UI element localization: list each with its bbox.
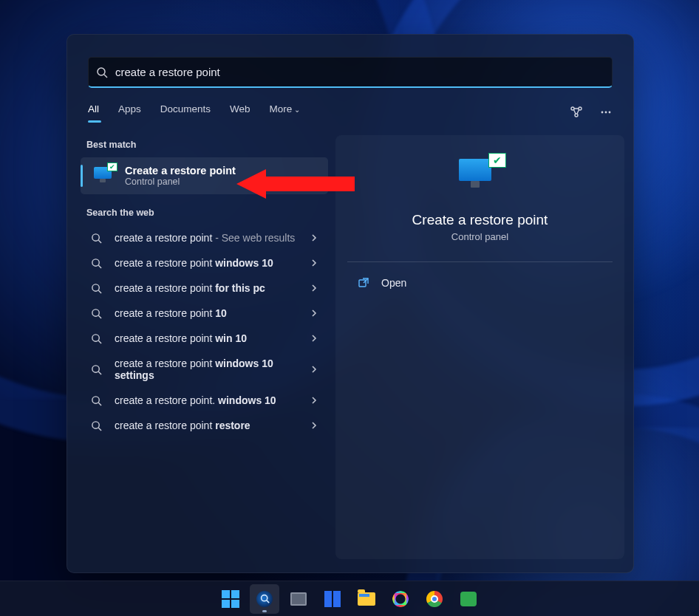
restore-point-icon-large: ✔: [459, 159, 502, 196]
search-icon: [91, 258, 103, 269]
svg-point-7: [609, 112, 611, 114]
search-icon: [91, 420, 103, 431]
svg-point-8: [92, 233, 99, 240]
detail-pane: ✔ Create a restore point Control panel O…: [335, 135, 624, 559]
search-icon: [91, 283, 103, 294]
search-icon: [91, 233, 103, 244]
svg-line-19: [98, 372, 101, 374]
web-result[interactable]: create a restore point win 10: [81, 326, 328, 351]
svg-line-1: [104, 75, 107, 78]
svg-line-15: [98, 315, 101, 318]
svg-point-20: [92, 396, 99, 403]
search-icon: [96, 66, 108, 78]
chevron-right-icon: [310, 284, 318, 292]
svg-point-6: [605, 112, 607, 114]
web-result[interactable]: create a restore point - See web results: [81, 225, 328, 250]
taskbar-app-green[interactable]: [454, 584, 483, 614]
web-result[interactable]: create a restore point for this pc: [81, 276, 328, 301]
svg-line-13: [98, 290, 101, 293]
svg-line-21: [98, 403, 101, 405]
svg-point-0: [98, 68, 105, 75]
web-result-text: create a restore point 10: [115, 307, 310, 319]
svg-point-16: [92, 334, 99, 340]
chevron-right-icon: [310, 422, 318, 429]
detail-title: Create a restore point: [412, 212, 548, 228]
chevron-right-icon: [310, 397, 318, 404]
svg-rect-24: [359, 280, 366, 287]
svg-point-14: [92, 309, 99, 315]
open-icon: [358, 277, 369, 289]
detail-subtitle: Control panel: [451, 231, 508, 242]
tab-web[interactable]: Web: [230, 103, 250, 122]
restore-point-icon: ✔: [94, 167, 115, 185]
best-match-title: Create a restore point: [125, 165, 236, 177]
search-input[interactable]: [115, 66, 604, 78]
taskbar: [0, 581, 699, 616]
web-result[interactable]: create a restore point 10: [81, 301, 328, 326]
chevron-right-icon: [310, 234, 318, 242]
svg-line-23: [98, 428, 101, 431]
svg-point-26: [261, 595, 267, 601]
taskbar-app-panels[interactable]: [318, 584, 347, 614]
web-result-text: create a restore point windows 10: [115, 257, 310, 269]
task-view-button[interactable]: [284, 584, 313, 614]
chevron-right-icon: [310, 259, 318, 267]
best-match-label: Best match: [81, 135, 328, 157]
web-result-text: create a restore point. windows 10: [115, 394, 310, 406]
best-match-result[interactable]: ✔ Create a restore point Control panel: [81, 157, 328, 194]
svg-line-17: [98, 340, 101, 343]
search-icon: [91, 364, 103, 375]
more-options-icon[interactable]: [599, 106, 613, 119]
svg-point-22: [92, 421, 99, 428]
open-label: Open: [381, 277, 406, 289]
search-icon: [91, 395, 103, 406]
share-icon[interactable]: [570, 106, 583, 119]
web-result[interactable]: create a restore point restore: [81, 413, 328, 438]
search-web-label: Search the web: [81, 194, 328, 225]
chevron-right-icon: [310, 309, 318, 317]
svg-point-5: [601, 112, 604, 114]
start-search-panel: All Apps Documents Web More⌄ Best match: [67, 34, 634, 573]
search-icon: [91, 333, 103, 344]
file-explorer-button[interactable]: [352, 584, 381, 614]
svg-point-3: [579, 107, 582, 110]
svg-line-27: [266, 600, 268, 603]
svg-point-18: [92, 365, 99, 372]
filter-tabs: All Apps Documents Web More⌄: [67, 97, 633, 128]
web-result-text: create a restore point windows 10 settin…: [115, 357, 310, 381]
tab-apps[interactable]: Apps: [118, 103, 141, 122]
taskbar-search-button[interactable]: [250, 584, 279, 614]
search-box[interactable]: [88, 57, 613, 88]
start-button[interactable]: [216, 584, 245, 614]
svg-point-2: [571, 107, 574, 110]
svg-line-11: [98, 265, 101, 268]
svg-point-10: [92, 259, 99, 265]
web-result[interactable]: create a restore point windows 10: [81, 250, 328, 276]
taskbar-app-ring[interactable]: [386, 584, 415, 614]
web-result-text: create a restore point for this pc: [115, 282, 310, 294]
web-result-text: create a restore point win 10: [115, 332, 310, 344]
svg-line-9: [98, 240, 101, 243]
search-box-container: [67, 35, 633, 97]
tab-more[interactable]: More⌄: [270, 103, 301, 122]
search-icon: [91, 308, 103, 319]
chevron-down-icon: ⌄: [294, 106, 300, 114]
svg-point-4: [575, 114, 578, 117]
chevron-right-icon: [310, 335, 318, 342]
open-action[interactable]: Open: [347, 270, 613, 296]
web-result[interactable]: create a restore point. windows 10: [81, 388, 328, 413]
divider: [347, 261, 613, 262]
tab-documents[interactable]: Documents: [160, 103, 211, 122]
web-result-text: create a restore point - See web results: [115, 232, 310, 244]
chevron-right-icon: [310, 366, 318, 373]
chrome-button[interactable]: [420, 584, 449, 614]
svg-point-12: [92, 284, 99, 290]
best-match-subtitle: Control panel: [125, 177, 236, 187]
web-result-text: create a restore point restore: [115, 420, 310, 431]
tab-all[interactable]: All: [88, 103, 99, 122]
web-result[interactable]: create a restore point windows 10 settin…: [81, 351, 328, 388]
